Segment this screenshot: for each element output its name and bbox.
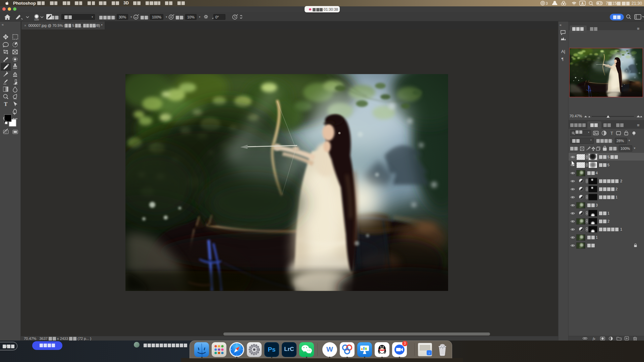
svg-text:«: «	[559, 23, 561, 27]
svg-text:A|: A|	[561, 49, 565, 54]
svg-text:fx: fx	[593, 337, 595, 341]
svg-text:3: 3	[546, 1, 548, 5]
svg-text:1100: 1100	[34, 18, 39, 21]
svg-text:T: T	[4, 101, 8, 107]
svg-text:T: T	[610, 131, 613, 136]
svg-text:A: A	[581, 2, 584, 5]
svg-text:«: «	[2, 22, 4, 26]
svg-text:¶: ¶	[561, 56, 564, 61]
